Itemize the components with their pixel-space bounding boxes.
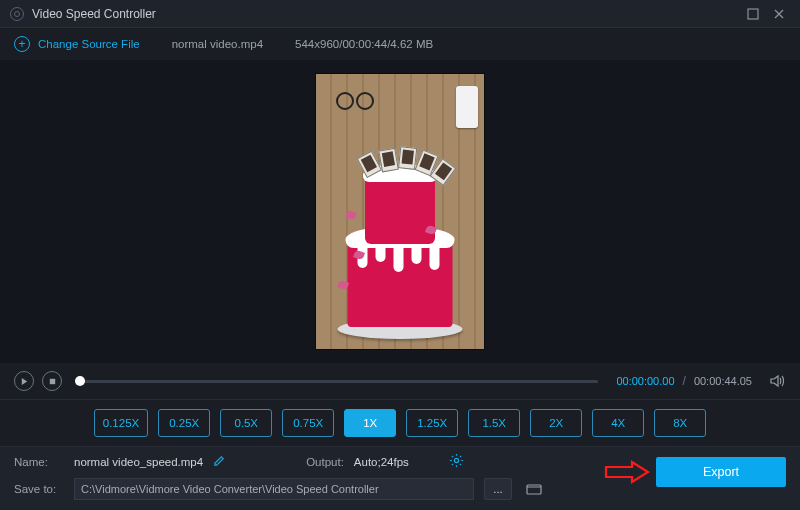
time-current: 00:00:00.00 [616, 375, 674, 387]
title-bar: Video Speed Controller [0, 0, 800, 28]
speed-0_5x[interactable]: 0.5X [220, 409, 272, 437]
video-preview [0, 60, 800, 363]
minimize-button[interactable] [742, 3, 764, 25]
change-source-button[interactable]: + Change Source File [14, 36, 140, 52]
export-button[interactable]: Export [656, 457, 786, 487]
play-button[interactable] [14, 371, 34, 391]
source-bar: + Change Source File normal video.mp4 54… [0, 28, 800, 60]
saveto-path-input[interactable]: C:\Vidmore\Vidmore Video Converter\Video… [74, 478, 474, 500]
video-frame [316, 74, 484, 349]
stop-button[interactable] [42, 371, 62, 391]
speed-2x[interactable]: 2X [530, 409, 582, 437]
source-filename: normal video.mp4 [172, 38, 263, 50]
output-panel: Name: normal video_speed.mp4 Output: Aut… [0, 447, 800, 510]
app-logo-icon [10, 7, 24, 21]
output-name-value: normal video_speed.mp4 [74, 456, 203, 468]
edit-name-button[interactable] [213, 454, 226, 469]
saveto-label: Save to: [14, 483, 64, 495]
output-label: Output: [306, 456, 344, 468]
seek-slider[interactable] [80, 380, 598, 383]
svg-rect-0 [748, 9, 758, 19]
svg-rect-3 [527, 485, 541, 494]
speed-selector: 0.125X0.25X0.5X0.75X1X1.25X1.5X2X4X8X [0, 399, 800, 447]
playhead-handle[interactable] [75, 376, 85, 386]
change-source-label: Change Source File [38, 38, 140, 50]
speed-1_25x[interactable]: 1.25X [406, 409, 458, 437]
time-total: 00:00:44.05 [694, 375, 752, 387]
speed-8x[interactable]: 8X [654, 409, 706, 437]
output-format-value: Auto;24fps [354, 456, 409, 468]
output-settings-button[interactable] [449, 453, 464, 470]
name-label: Name: [14, 456, 64, 468]
plus-circle-icon: + [14, 36, 30, 52]
volume-icon[interactable] [768, 372, 786, 390]
transport-bar: 00:00:00.00/00:00:44.05 [0, 363, 800, 399]
speed-0_25x[interactable]: 0.25X [158, 409, 210, 437]
speed-4x[interactable]: 4X [592, 409, 644, 437]
window-title: Video Speed Controller [32, 7, 738, 21]
svg-point-2 [454, 458, 458, 462]
browse-button[interactable]: ... [484, 478, 512, 500]
speed-0_75x[interactable]: 0.75X [282, 409, 334, 437]
svg-rect-1 [49, 378, 54, 383]
source-meta: 544x960/00:00:44/4.62 MB [295, 38, 433, 50]
speed-0_125x[interactable]: 0.125X [94, 409, 148, 437]
open-folder-button[interactable] [522, 478, 546, 500]
close-button[interactable] [768, 3, 790, 25]
speed-1x[interactable]: 1X [344, 409, 396, 437]
speed-1_5x[interactable]: 1.5X [468, 409, 520, 437]
